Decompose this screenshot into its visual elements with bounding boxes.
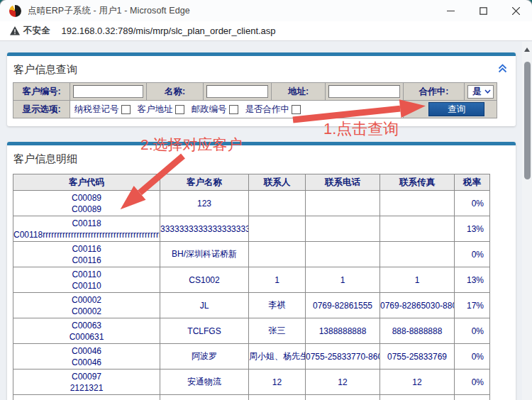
table-row[interactable]: C00002C00002JL李祺0769-828615550769-828650… [13,293,490,318]
cell-tax-rate: 0% [455,318,490,344]
cooperation-selected-value: 是 [472,86,482,98]
cell-customer-code[interactable]: C00110C00110 [13,267,160,293]
cell-contact [249,191,306,216]
cell-phone: 1 [306,267,380,293]
display-option-checkbox[interactable] [292,105,301,114]
cell-tax-rate: 0% [455,395,490,400]
address-bar[interactable]: 不安全 192.168.0.32:789/mis/mrp/slc_plan_or… [0,21,532,41]
display-option-label: 客户地址 [138,104,173,116]
chevron-down-icon [484,89,491,94]
cell-customer-name: 佰中电子（东莞）有限公司 [160,395,249,400]
customer-table-body: C00089C000891230%C00118C00118rrrrrrrrrrr… [13,191,490,400]
customer-query-panel: 客户信息查询 客户编号: 名称: 地址: 合作中: [7,52,516,126]
url-text[interactable]: 192.168.0.32:789/mis/mrp/slc_plan_order_… [62,26,276,36]
cell-customer-code[interactable]: C000972121321 [13,370,160,395]
cell-tax-rate: 0% [455,191,490,216]
cell-customer-code[interactable]: C00063C000631 [13,318,160,344]
cooperation-label: 合作中: [404,83,465,101]
cell-contact [249,395,306,400]
cell-customer-name: 安通物流 [160,370,249,395]
cell-contact: 李祺 [249,293,306,318]
cell-contact: 12 [249,370,306,395]
cell-customer-name: JL [160,293,249,318]
name-input[interactable] [206,85,268,98]
cell-customer-code[interactable]: C00046C00046 [13,344,160,370]
cell-fax: 0755-25833769 [380,344,455,370]
col-phone: 联系电话 [306,174,380,191]
cell-customer-code[interactable]: C00002C00002 [13,293,160,318]
customer-code-input[interactable] [73,85,143,98]
cell-customer-name: CS1002 [160,267,249,293]
cell-customer-name: TCLFGS [160,318,249,344]
maximize-button[interactable] [467,0,499,21]
cell-fax [380,191,455,216]
cell-customer-code[interactable]: C1208023974 [13,395,160,400]
cell-fax: 1 [380,267,455,293]
customer-table: 客户代码 客户名称 联系人 联系电话 联系传真 税率 C00089C000891… [13,174,490,400]
detail-panel-title: 客户信息明细 [7,145,516,172]
page-content: 客户信息查询 客户编号: 名称: 地址: 合作中: [0,42,532,400]
browser-window: 点晴ERP子系统 - 用户1 - Microsoft Edge 不安全 192.… [0,0,532,400]
display-option-checkbox[interactable] [229,105,238,114]
cell-customer-code[interactable]: C00118C00118rrrrrrrrrrrrrrrrrrrrrrrrrrrr… [13,216,160,242]
cell-customer-name: 阿波罗 [160,344,249,370]
security-status-label: 不安全 [23,25,50,37]
table-row[interactable]: C00046C00046阿波罗周小姐、杨先生0755-25833770-8601… [13,344,490,370]
address-input[interactable] [328,85,400,98]
cell-phone [306,191,380,216]
cell-fax [380,242,455,267]
cell-customer-name: BH/深圳科诺桥新 [160,242,249,267]
table-row[interactable]: C00063C000631TCLFGS张三1388888888888-88888… [13,318,490,344]
cell-fax [380,395,455,400]
display-option-label: 是否合作中 [245,104,290,116]
cell-tax-rate: 0% [455,370,490,395]
cell-phone: 13999779199 [306,395,380,400]
minimize-button[interactable] [434,0,467,21]
display-option-checkbox[interactable] [121,105,131,114]
cell-phone [306,242,380,267]
table-row[interactable]: C00118C00118rrrrrrrrrrrrrrrrrrrrrrrrrrrr… [13,216,490,242]
cell-contact: 1 [249,267,306,293]
col-customer-name: 客户名称 [160,174,249,191]
annotation-step2: 2.选择对应客户 [140,135,243,155]
cell-customer-code[interactable]: C00089C00089 [13,191,160,216]
table-row[interactable]: C00116C00116BH/深圳科诺桥新0% [13,242,490,267]
col-fax: 联系传真 [380,174,455,191]
cell-contact [249,242,306,267]
table-row[interactable]: C00089C000891230% [13,191,490,216]
scroll-up-icon[interactable] [524,48,530,52]
query-button[interactable]: 查询 [428,102,484,116]
table-row[interactable]: C00110C00110CS100211113% [13,267,490,293]
query-panel-title: 客户信息查询 [7,56,516,82]
col-tax-rate: 税率 [455,174,490,191]
display-option-label: 纳税登记号 [74,104,119,116]
address-label: 地址: [272,83,326,101]
cell-phone [306,216,380,242]
cell-phone: 12 [306,370,380,395]
cell-tax-rate: 0% [455,242,490,267]
scrollbar-thumb[interactable] [524,62,531,179]
collapse-panel-icon[interactable] [498,64,507,73]
cooperation-select[interactable]: 是 [467,85,494,99]
display-option-checkbox[interactable] [175,105,184,114]
col-customer-code: 客户代码 [13,174,160,191]
cell-tax-rate: 17% [455,293,490,318]
close-button[interactable] [499,0,532,21]
col-contact: 联系人 [249,174,306,191]
cell-customer-code[interactable]: C00116C00116 [13,242,160,267]
display-options-group: 纳税登记号客户地址邮政编号是否合作中 [72,104,401,116]
query-form: 客户编号: 名称: 地址: 合作中: 是 显示选项: [13,82,497,118]
annotation-step1: 1.点击查询 [323,118,399,140]
customer-detail-panel: 客户信息明细 客户代码 客户名称 联系人 联系电话 联系传真 税率 [7,142,516,400]
cell-phone: 0755-25833770-8601 [306,344,380,370]
cell-contact: 周小姐、杨先生 [249,344,306,370]
table-row[interactable]: C000972121321安通物流1212120% [13,370,490,395]
vertical-scrollbar[interactable] [522,42,532,400]
cell-phone: 1388888888 [306,318,380,344]
table-row[interactable]: C1208023974佰中电子（东莞）有限公司139997791990% [13,395,490,400]
cell-contact: 张三 [249,318,306,344]
display-options-label: 显示选项: [13,101,70,118]
cell-contact [249,216,306,242]
window-title: 点晴ERP子系统 - 用户1 - Microsoft Edge [28,5,190,17]
cell-tax-rate: 13% [455,216,490,242]
